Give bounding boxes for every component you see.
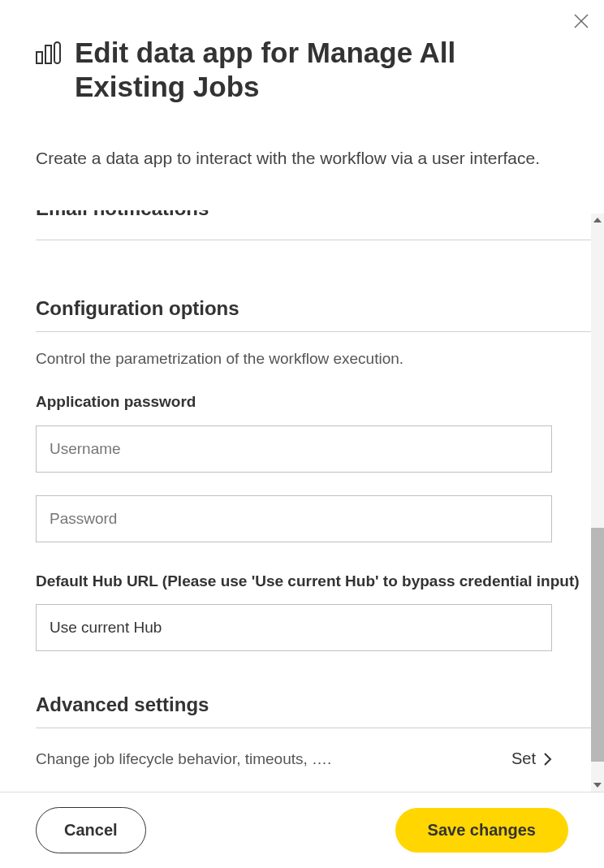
section-config-body: Control the parametrization of the workf… (36, 331, 591, 674)
username-input[interactable] (36, 425, 552, 473)
close-button[interactable] (573, 13, 589, 32)
close-icon (573, 13, 589, 29)
dialog-title: Edit data app for Manage All Existing Jo… (75, 36, 568, 104)
scrollbar-thumb[interactable] (591, 528, 604, 762)
section-config-title: Configuration options (36, 297, 591, 320)
svg-rect-4 (54, 42, 60, 63)
scroll-up-button[interactable] (591, 214, 604, 227)
chevron-right-icon (544, 753, 552, 766)
advanced-set-button[interactable]: Set (511, 746, 552, 771)
section-divider (36, 240, 591, 240)
cancel-button[interactable]: Cancel (36, 807, 146, 853)
scrollbar[interactable] (591, 214, 604, 792)
scroll-content: Email notifications Configuration option… (36, 201, 591, 792)
section-advanced-body: Change job lifecycle behavior, timeouts,… (36, 728, 591, 771)
scroll-down-button[interactable] (591, 779, 604, 792)
svg-rect-2 (37, 52, 42, 63)
svg-marker-5 (593, 218, 602, 222)
hub-url-input[interactable] (36, 604, 552, 651)
advanced-desc: Change job lifecycle behavior, timeouts,… (36, 750, 331, 768)
password-input[interactable] (36, 495, 552, 542)
config-desc: Control the parametrization of the workf… (36, 350, 591, 368)
data-app-icon (36, 41, 62, 68)
dialog-footer: Cancel Save changes (0, 792, 604, 868)
dialog-subtitle: Create a data app to interact with the w… (36, 146, 568, 171)
caret-down-icon (593, 783, 602, 788)
svg-marker-6 (593, 783, 602, 788)
dialog-header: Edit data app for Manage All Existing Jo… (0, 0, 604, 171)
save-changes-button[interactable]: Save changes (395, 808, 568, 853)
section-advanced-title: Advanced settings (36, 693, 591, 716)
hub-url-label: Default Hub URL (Please use 'Use current… (36, 570, 591, 594)
caret-up-icon (593, 218, 602, 222)
app-password-label: Application password (36, 391, 591, 414)
svg-rect-3 (45, 45, 51, 63)
section-email-notifications-title: Email notifications (36, 201, 591, 220)
set-label: Set (511, 749, 536, 768)
